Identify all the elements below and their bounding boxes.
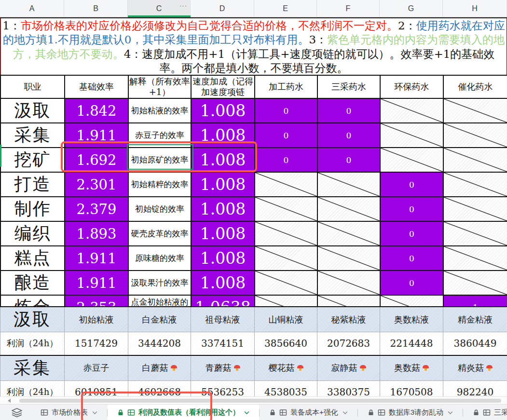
potion-value-cell[interactable]: 0 <box>317 148 380 172</box>
item-name-cell[interactable]: 樱花菇 <box>255 355 317 381</box>
section-title-cell[interactable]: 采集 <box>0 355 65 381</box>
job-name-cell[interactable]: 打造 <box>0 172 65 197</box>
sheet-tab-1[interactable]: 市场价格表 <box>31 405 107 420</box>
blocked-cell[interactable] <box>380 148 443 172</box>
job-name-cell[interactable]: 制作 <box>0 197 65 221</box>
potion-value-cell[interactable]: 0 <box>380 221 443 246</box>
profit-value-cell[interactable]: 1517429 <box>65 332 128 355</box>
item-name-cell[interactable]: 奥数菇 <box>380 355 443 381</box>
main-header-cell[interactable]: 加工药水 <box>255 75 317 98</box>
blocked-cell[interactable] <box>443 221 507 246</box>
main-header-cell[interactable]: 解释（所有效率+1） <box>128 75 191 98</box>
explanation-cell[interactable]: 汲取果汁的效率 <box>128 271 191 295</box>
blocked-cell[interactable] <box>443 246 507 271</box>
speed-bonus-cell[interactable]: 1.008 <box>191 197 255 221</box>
blocked-cell[interactable] <box>317 246 380 271</box>
blocked-cell[interactable] <box>443 123 507 148</box>
column-header-H[interactable]: H <box>443 0 507 17</box>
base-efficiency-cell[interactable]: 1.692 <box>65 148 128 172</box>
blocked-cell[interactable] <box>255 246 317 271</box>
sheet-list-icon[interactable] <box>0 405 31 420</box>
blocked-cell[interactable] <box>317 197 380 221</box>
blocked-cell[interactable] <box>380 98 443 123</box>
profit-value-cell[interactable]: 3374151 <box>191 332 255 355</box>
item-name-cell[interactable]: 赤豆子 <box>65 355 128 381</box>
blocked-cell[interactable] <box>255 271 317 295</box>
column-header-D[interactable]: D <box>191 0 254 17</box>
potion-value-cell[interactable]: 0 <box>380 197 443 221</box>
speed-bonus-cell[interactable]: 1.008 <box>191 271 255 295</box>
job-name-cell[interactable]: 编织 <box>0 221 65 246</box>
main-header-cell[interactable]: 环保药水 <box>380 75 443 98</box>
job-name-cell[interactable]: 酿造 <box>0 271 65 295</box>
base-efficiency-cell[interactable]: 1.911 <box>65 271 128 295</box>
potion-value-cell[interactable]: 0 <box>380 246 443 271</box>
column-header-G[interactable]: G <box>380 0 443 17</box>
explanation-cell[interactable]: 原味糖的效率 <box>128 246 191 271</box>
blocked-cell[interactable] <box>255 197 317 221</box>
blocked-cell[interactable] <box>317 172 380 197</box>
item-name-cell[interactable]: 初始粘液 <box>65 307 128 332</box>
column-header-A[interactable]: A <box>0 0 64 17</box>
scroll-left-arrow-icon[interactable] <box>8 399 11 403</box>
potion-value-cell[interactable]: 0 <box>255 98 317 123</box>
job-name-cell[interactable]: 糕点 <box>0 246 65 271</box>
chevron-down-icon[interactable] <box>343 411 348 415</box>
potion-value-cell[interactable]: 0 <box>380 172 443 197</box>
main-header-cell[interactable]: 速度加成（记得加速度项链 <box>191 75 255 98</box>
base-efficiency-cell[interactable]: 1.911 <box>65 123 128 148</box>
blocked-cell[interactable] <box>443 197 507 221</box>
explanation-cell[interactable]: 初始锭的效率 <box>128 197 191 221</box>
column-header-B[interactable]: B <box>64 0 128 17</box>
potion-value-cell[interactable]: 0 <box>380 271 443 295</box>
item-name-cell[interactable]: 寂静菇 <box>317 355 380 381</box>
main-header-cell[interactable]: 职业 <box>0 75 65 98</box>
chevron-down-icon[interactable] <box>448 411 453 415</box>
instructions-cell[interactable]: 1：市场价格表的对应价格必须修改为自己觉得合适的价格，不然利润不一定对。2：使用… <box>0 17 507 75</box>
main-header-cell[interactable]: 基础效率 <box>65 75 128 98</box>
job-name-cell[interactable]: 挖矿 <box>0 148 65 172</box>
profit-value-cell[interactable]: 2072683 <box>317 332 380 355</box>
item-name-cell[interactable]: 奥数粘液 <box>380 307 443 332</box>
profit-value-cell[interactable]: 2214448 <box>380 332 443 355</box>
potion-value-cell[interactable]: 0 <box>317 98 380 123</box>
blocked-cell[interactable] <box>255 172 317 197</box>
item-name-cell[interactable]: 山铜粘液 <box>255 307 317 332</box>
chevron-down-icon[interactable] <box>244 411 249 415</box>
base-efficiency-cell[interactable]: 1.842 <box>65 98 128 123</box>
explanation-cell[interactable]: 初始精粹的效率 <box>128 172 191 197</box>
item-name-cell[interactable]: 祖母粘液 <box>191 307 255 332</box>
profit-value-cell[interactable]: 3856640 <box>255 332 317 355</box>
item-name-cell[interactable]: 精金粘液 <box>443 307 507 332</box>
blocked-cell[interactable] <box>380 123 443 148</box>
profit-value-cell[interactable]: 3860449 <box>443 332 507 355</box>
sheet-tab-3[interactable]: 装备成本+强化 <box>260 405 357 420</box>
blocked-cell[interactable] <box>317 271 380 295</box>
explanation-cell[interactable]: 初始粘液的效率 <box>128 98 191 123</box>
blocked-cell[interactable] <box>443 271 507 295</box>
base-efficiency-cell[interactable]: 2.301 <box>65 172 128 197</box>
job-name-cell[interactable]: 汲取 <box>0 98 65 123</box>
speed-bonus-cell[interactable]: 1.008 <box>191 98 255 123</box>
blocked-cell[interactable] <box>317 221 380 246</box>
item-name-cell[interactable]: 白蘑菇 <box>128 355 191 381</box>
profit-value-cell[interactable]: 3444208 <box>128 332 191 355</box>
job-name-cell[interactable]: 采集 <box>0 123 65 148</box>
explanation-cell[interactable]: 硬壳皮革的效率 <box>128 221 191 246</box>
main-header-cell[interactable]: 三采药水 <box>317 75 380 98</box>
speed-bonus-cell[interactable]: 1.008 <box>191 246 255 271</box>
column-header-E[interactable]: E <box>254 0 317 17</box>
column-header-F[interactable]: F <box>317 0 380 17</box>
explanation-cell[interactable]: 初始原矿的效率 <box>128 148 191 172</box>
potion-value-cell[interactable]: 0 <box>317 123 380 148</box>
item-name-cell[interactable]: 秘紫粘液 <box>317 307 380 332</box>
scrollbar-thumb[interactable] <box>19 399 501 403</box>
profit-label-cell[interactable]: 利润（24h） <box>0 332 65 355</box>
speed-bonus-cell[interactable]: 1.008 <box>191 123 255 148</box>
base-efficiency-cell[interactable]: 1.911 <box>65 246 128 271</box>
potion-value-cell[interactable]: 0 <box>255 148 317 172</box>
sheet-tab-5[interactable]: 三采数据 <box>463 405 507 420</box>
base-efficiency-cell[interactable]: 1.893 <box>65 221 128 246</box>
section-title-cell[interactable]: 汲取 <box>0 307 65 332</box>
potion-value-cell[interactable]: 0 <box>255 123 317 148</box>
